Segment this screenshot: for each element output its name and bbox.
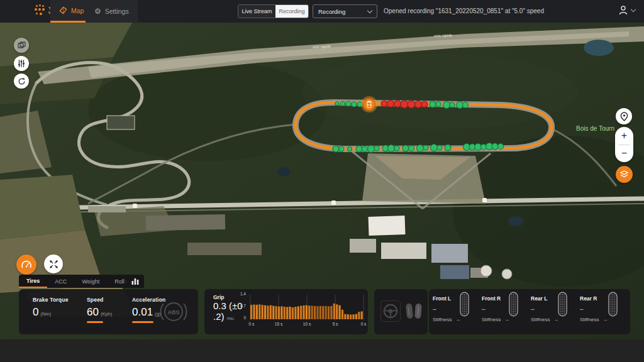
tire-value: – [482,305,530,312]
user-chevron-icon [631,7,636,12]
panel-tab-bar: Tires ACC Weight Roll radii [19,275,144,288]
tire-stiffness-panel: Front L – Stiffness– Front R – Stiffness… [429,289,630,334]
refresh-button[interactable] [14,74,29,89]
svg-text:15 s: 15 s [275,322,283,326]
grip-value-line2: .2) [213,311,225,322]
filters-button[interactable] [14,56,29,71]
tire-value: – [580,305,628,312]
tab-map-label: Map [71,7,84,14]
tab-settings-label: Settings [105,8,129,15]
recording-dropdown-value: Recording [318,8,345,15]
compare-button[interactable] [14,38,29,53]
status-text: Opened recording "1631_20220520_0851" at… [384,8,544,14]
brake-torque-stat: Brake Torque 0 (Nm) [33,297,69,319]
compare-icon [18,41,26,50]
grip-chart: 20 s15 s10 s5 s0 s [248,292,367,327]
tire-icon [557,290,568,318]
steering-wheel-frame [380,300,401,322]
forest-label: Bois de Tourn [576,125,614,132]
recording-dropdown[interactable]: Recording [313,4,377,18]
gear-icon: ⚙ [94,7,101,16]
speed-underline [87,321,103,323]
grip-panel: Grip 0.3 (±0 .2) mu 1.4 0.7 0 20 s15 s10… [204,289,368,334]
recording-mode-button[interactable]: Recording [275,5,308,18]
tire-icon [459,290,470,318]
expand-button[interactable] [44,255,63,273]
tire-value: – [433,305,480,312]
abs-icon: ABS [158,297,189,327]
user-menu[interactable] [618,5,635,16]
tire-value: – [531,305,579,312]
pedals-icon [404,300,423,322]
logo-dots-icon [35,4,46,17]
svg-text:0 s: 0 s [361,322,367,326]
abs-label: ABS [167,309,179,315]
live-stream-button[interactable]: Live Stream [238,5,275,18]
svg-text:5 s: 5 s [333,322,338,326]
dashboard-button[interactable] [16,255,36,275]
svg-text:20 s: 20 s [248,322,255,326]
grip-value-line1: 0.3 (±0 [213,300,243,311]
tab-weight[interactable]: Weight [74,275,107,288]
playback-bar: 16:00 · 19:02 ✂ [0,339,644,362]
tab-settings[interactable]: ⚙ Settings [86,0,138,23]
steering-wheel-icon [382,303,399,319]
gauge-icon [21,260,32,270]
filters-icon [17,59,26,68]
zoom-controls: + − [615,127,633,162]
map-layers-button[interactable] [616,166,633,183]
top-bar: TACTILEMOBILITY Map ⚙ Settings Live Stre… [0,0,644,23]
acceleration-underline [132,321,153,323]
tab-acc[interactable]: ACC [47,275,74,288]
location-pin-icon [620,112,628,121]
svg-text:10 s: 10 s [303,322,311,326]
chevron-down-icon [367,8,372,13]
tab-charts[interactable] [126,275,143,288]
user-icon [618,5,628,16]
speed-value: 60 [87,306,99,319]
tire-icon [608,290,618,318]
map-icon [59,6,67,14]
tab-tires[interactable]: Tires [19,275,47,288]
tire-group-rear-l: Rear L – Stiffness– [531,295,579,322]
tire-group-front-r: Front R – Stiffness– [482,295,530,322]
zoom-in-button[interactable]: + [615,127,633,145]
vehicle-marker-icon[interactable] [361,96,377,112]
telemetry-panel: Brake Torque 0 (Nm) Speed 60 (Kph) Accel… [19,289,198,334]
pedals-panel [374,289,428,334]
bar-chart-icon [131,278,139,285]
tire-icon [508,290,519,318]
refresh-icon [18,77,26,85]
tire-group-rear-r: Rear R – Stiffness– [580,295,628,322]
speed-stat: Speed 60 (Kph) [87,297,112,323]
locate-button[interactable] [616,108,632,124]
grip-unit: mu [227,315,234,321]
expand-icon [49,260,58,269]
mode-toggle: Live Stream Recording [238,4,309,18]
brake-torque-value: 0 [33,306,38,319]
map-layers-icon [619,170,629,179]
road-label: voie rapide [434,33,453,38]
zoom-out-button[interactable]: − [615,145,633,162]
acceleration-value: 0.01 [132,306,153,319]
grip-readout: Grip 0.3 (±0 .2) mu [213,294,243,324]
tire-group-front-l: Front L – Stiffness– [433,295,480,322]
